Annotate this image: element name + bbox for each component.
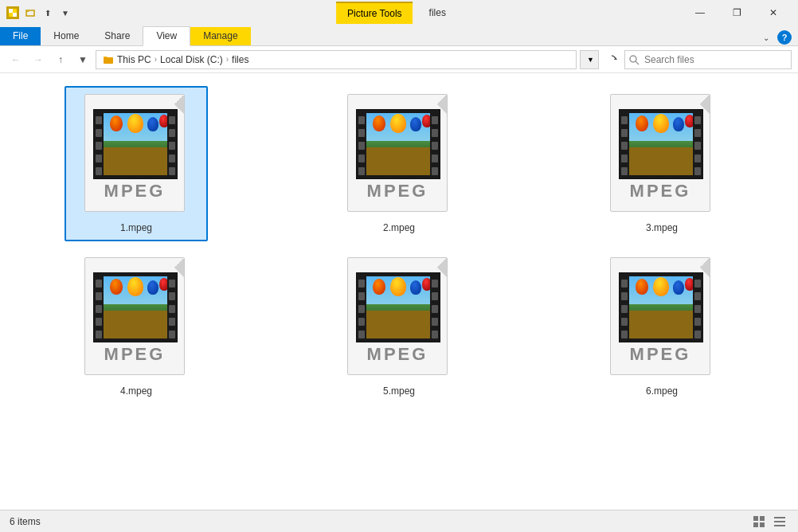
file-icon-3: MPEG [610, 94, 714, 217]
svg-rect-12 [760, 522, 765, 527]
title-bar: ⬆ ▼ Picture Tools files — ❐ ✕ [0, 0, 798, 25]
svg-point-7 [630, 56, 636, 62]
status-bar: 6 items [0, 510, 798, 532]
file-icon-5: MPEG [347, 257, 451, 381]
tab-view[interactable]: View [143, 26, 190, 46]
folder-icon [103, 54, 114, 65]
title-bar-left: ⬆ ▼ [6, 5, 73, 21]
back-button[interactable]: ← [6, 50, 25, 69]
quick-access-btn-2[interactable]: ⬆ [40, 5, 56, 21]
file-name-4: 4.mpeg [120, 385, 152, 397]
file-name-3: 3.mpeg [646, 222, 678, 233]
tab-home[interactable]: Home [41, 27, 92, 45]
breadcrumb: This PC › Local Disk (C:) › files [103, 54, 248, 65]
search-icon [628, 54, 640, 65]
address-dropdown[interactable]: ▼ [580, 50, 599, 69]
svg-rect-2 [9, 13, 13, 17]
address-field[interactable]: This PC › Local Disk (C:) › files [96, 50, 577, 69]
help-button[interactable]: ? [777, 30, 792, 45]
search-box[interactable] [624, 50, 792, 69]
address-bar: ← → ↑ ▼ This PC › Local Disk (C:) › file… [0, 46, 798, 73]
main-area: MPEG1.mpegMPEG2.mpegMPEG3.mpegMPEG4.mpeg… [0, 73, 798, 510]
forward-button[interactable]: → [29, 50, 48, 69]
app-icon [6, 6, 19, 19]
file-icon-4: MPEG [84, 257, 188, 381]
quick-access-btn-1[interactable] [22, 5, 38, 21]
search-input[interactable] [640, 54, 791, 65]
ribbon-tabs: File Home Share View Manage ⌄ ? [0, 25, 798, 46]
file-icon-2: MPEG [347, 94, 451, 217]
svg-rect-9 [753, 516, 758, 521]
ribbon-collapse-button[interactable]: ⌄ [758, 29, 774, 45]
ribbon-right: ⌄ ? [758, 29, 798, 45]
recent-locations-button[interactable]: ▼ [73, 50, 92, 69]
minimize-button[interactable]: — [682, 0, 718, 25]
maximize-button[interactable]: ❐ [718, 0, 755, 25]
quick-access-btn-3[interactable]: ▼ [57, 5, 73, 21]
file-item-3[interactable]: MPEG3.mpeg [590, 86, 733, 241]
window-title: files [413, 2, 462, 23]
file-item-2[interactable]: MPEG2.mpeg [327, 86, 471, 241]
title-center: Picture Tools files [336, 2, 462, 24]
svg-rect-1 [13, 9, 17, 13]
svg-rect-5 [104, 57, 113, 64]
status-right [750, 513, 788, 530]
svg-rect-0 [9, 9, 13, 13]
file-name-2: 2.mpeg [383, 222, 415, 233]
tab-manage[interactable]: Manage [190, 27, 250, 45]
svg-rect-13 [774, 517, 785, 518]
svg-rect-15 [774, 525, 785, 526]
refresh-button[interactable] [602, 50, 621, 69]
details-view-button[interactable] [771, 513, 788, 530]
svg-rect-14 [774, 521, 785, 522]
item-count: 6 items [10, 516, 41, 527]
file-item-4[interactable]: MPEG4.mpeg [65, 249, 208, 405]
svg-rect-11 [753, 522, 758, 527]
file-item-5[interactable]: MPEG5.mpeg [327, 249, 471, 405]
file-name-1: 1.mpeg [120, 222, 152, 233]
file-grid: MPEG1.mpegMPEG2.mpegMPEG3.mpegMPEG4.mpeg… [0, 73, 798, 510]
svg-rect-4 [26, 10, 34, 16]
file-name-6: 6.mpeg [646, 385, 678, 397]
close-button[interactable]: ✕ [755, 0, 792, 25]
title-controls: — ❐ ✕ [682, 0, 792, 25]
svg-line-8 [636, 61, 639, 65]
svg-rect-3 [13, 13, 17, 17]
quick-access-toolbar: ⬆ ▼ [22, 5, 73, 21]
file-name-5: 5.mpeg [383, 385, 415, 397]
tab-file[interactable]: File [0, 27, 41, 45]
file-item-1[interactable]: MPEG1.mpeg [65, 86, 208, 241]
file-icon-1: MPEG [84, 94, 188, 217]
file-icon-6: MPEG [610, 257, 714, 381]
file-item-6[interactable]: MPEG6.mpeg [590, 249, 733, 405]
picture-tools-tab: Picture Tools [336, 2, 413, 24]
tab-share[interactable]: Share [92, 27, 143, 45]
svg-rect-10 [760, 516, 765, 521]
up-button[interactable]: ↑ [51, 50, 70, 69]
large-icons-view-button[interactable] [750, 513, 768, 530]
